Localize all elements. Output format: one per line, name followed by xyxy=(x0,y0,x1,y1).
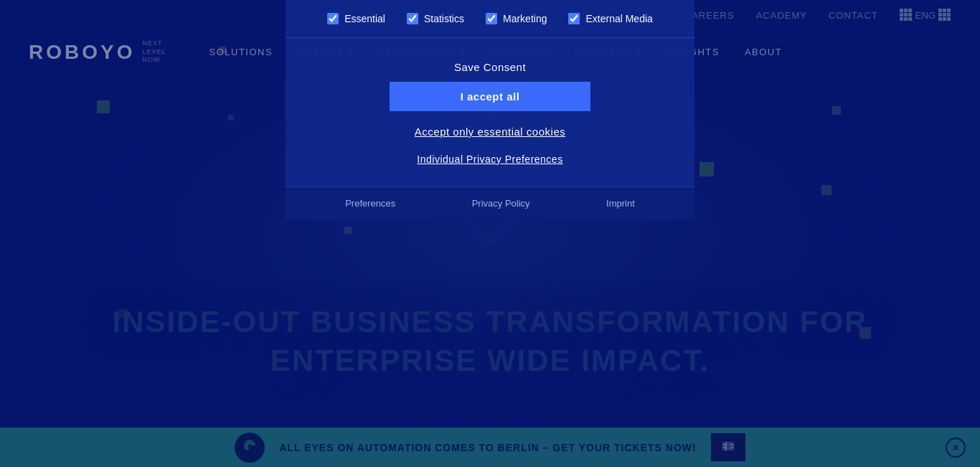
cookie-checkboxes-row: Essential Statistics Marketing External … xyxy=(286,0,694,38)
accept-essential-button[interactable]: Accept only essential cookies xyxy=(386,117,594,146)
preferences-link[interactable]: Preferences xyxy=(345,198,395,209)
statistics-label: Statistics xyxy=(424,13,464,24)
individual-privacy-button[interactable]: Individual Privacy Preferences xyxy=(388,146,591,172)
statistics-checkbox-label[interactable]: Statistics xyxy=(407,13,464,24)
marketing-label: Marketing xyxy=(503,13,547,24)
cookie-footer: Preferences Privacy Policy Imprint xyxy=(286,187,694,220)
cookie-actions: Save Consent I accept all Accept only es… xyxy=(286,38,694,187)
statistics-checkbox[interactable] xyxy=(407,13,418,24)
external-media-label: External Media xyxy=(585,13,652,24)
cookie-modal: Essential Statistics Marketing External … xyxy=(286,0,694,220)
external-media-checkbox-label[interactable]: External Media xyxy=(568,13,652,24)
accept-all-button[interactable]: I accept all xyxy=(390,82,590,111)
marketing-checkbox[interactable] xyxy=(486,13,497,24)
imprint-link[interactable]: Imprint xyxy=(606,198,635,209)
essential-checkbox-label[interactable]: Essential xyxy=(327,13,385,24)
essential-checkbox[interactable] xyxy=(327,13,339,24)
essential-label: Essential xyxy=(344,13,385,24)
external-media-checkbox[interactable] xyxy=(568,13,580,24)
privacy-policy-link[interactable]: Privacy Policy xyxy=(472,198,530,209)
save-consent-button[interactable]: Save Consent xyxy=(425,52,555,82)
marketing-checkbox-label[interactable]: Marketing xyxy=(486,13,547,24)
